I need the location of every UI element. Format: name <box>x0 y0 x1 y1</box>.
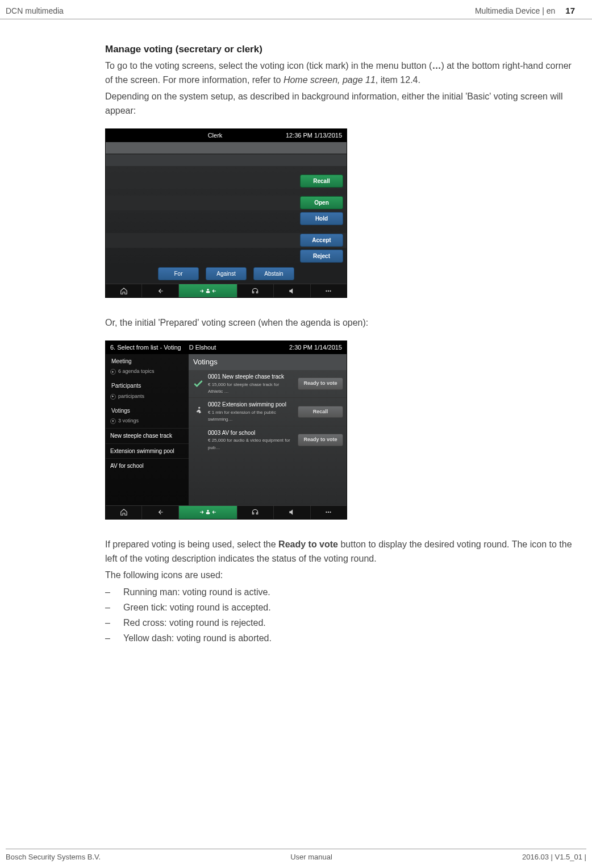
svg-rect-1 <box>206 291 210 293</box>
reject-button[interactable]: Reject <box>300 250 343 263</box>
recall-button[interactable]: Recall <box>300 175 343 188</box>
svg-rect-7 <box>206 512 210 514</box>
page-footer: Bosch Security Systems B.V. User manual … <box>6 849 586 861</box>
back-icon[interactable] <box>142 284 178 297</box>
scr2-sidebar: Meeting ▸6 agenda topics Participants ▸p… <box>106 354 189 505</box>
voting-item-title: 0003 AV for school <box>208 429 294 438</box>
nav-green-panel[interactable] <box>179 506 237 519</box>
bullet-dash: – <box>105 632 113 646</box>
paragraph-3: Or, the initial 'Prepared' voting screen… <box>105 316 575 330</box>
voting-item-sub: € 1 mln for extension of the public swim… <box>208 409 294 423</box>
volume-icon[interactable] <box>274 506 310 519</box>
ready-to-vote-button[interactable]: Ready to vote <box>298 377 343 390</box>
volume-icon[interactable] <box>274 284 310 297</box>
svg-point-9 <box>328 512 329 513</box>
footer-center: User manual <box>290 853 332 861</box>
scr1-strip <box>106 142 347 153</box>
accept-button[interactable]: Accept <box>300 234 343 247</box>
scr2-title-time: 2:30 PM 1/14/2015 <box>289 343 342 352</box>
paragraph-2: Depending on the system setup, as descri… <box>105 90 575 118</box>
scr2-title-left: 6. Select from list - Voting <box>110 343 181 352</box>
abstain-button[interactable]: Abstain <box>253 267 294 281</box>
sidebar-leaf-1[interactable]: New steeple chase track <box>106 428 189 443</box>
voting-item-2[interactable]: 0002 Extension swimming pool € 1 mln for… <box>189 398 347 426</box>
paragraph-5: The following icons are used: <box>105 568 575 583</box>
against-button[interactable]: Against <box>206 267 247 281</box>
bullet-list: –Running man: voting round is active. –G… <box>105 585 575 645</box>
voting-item-1[interactable]: 0001 New steeple chase track € 15,000 fo… <box>189 370 347 398</box>
sidebar-leaf-3[interactable]: AV for school <box>106 458 189 474</box>
bullet-text: Red cross: voting round is rejected. <box>123 616 266 630</box>
screenshot-basic-voting: Clerk 12:36 PM 1/13/2015 Recall Open Hol… <box>105 128 347 298</box>
headphones-icon[interactable] <box>237 284 274 297</box>
screenshot-prepared-voting: 6. Select from list - Voting D Elshout 2… <box>105 340 347 520</box>
voting-item-title: 0001 New steeple chase track <box>208 372 294 381</box>
footer-left: Bosch Security Systems B.V. <box>6 853 101 861</box>
scr1-title-time: 12:36 PM 1/13/2015 <box>286 131 342 140</box>
scr2-title-center: D Elshout <box>189 343 216 352</box>
sidebar-sub-meeting: ▸6 agenda topics <box>106 367 189 379</box>
bullet-text: Yellow dash: voting round is aborted. <box>123 632 272 646</box>
svg-point-2 <box>326 290 327 291</box>
for-button[interactable]: For <box>158 267 199 281</box>
header-right-label: Multimedia Device | en <box>475 6 555 15</box>
scr1-strip <box>106 155 347 166</box>
section-title: Manage voting (secretary or clerk) <box>105 42 575 57</box>
scr1-navbar <box>106 284 347 297</box>
scr2-navbar <box>106 505 347 519</box>
scr2-titlebar: 6. Select from list - Voting D Elshout 2… <box>106 341 347 354</box>
svg-point-6 <box>207 510 209 512</box>
back-icon[interactable] <box>142 506 178 519</box>
sidebar-item-participants[interactable]: Participants <box>106 379 189 392</box>
svg-point-3 <box>328 290 329 291</box>
voting-item-sub: € 25,000 for audio & video equipment for… <box>208 437 294 451</box>
footer-right: 2016.03 | V1.5_01 | <box>522 853 586 861</box>
home-screen-ref: Home screen, page 11 <box>284 75 376 85</box>
home-icon[interactable] <box>106 506 142 519</box>
svg-point-8 <box>326 512 327 513</box>
recall-item-button[interactable]: Recall <box>298 406 343 418</box>
paragraph-4: If prepared voting is being used, select… <box>105 538 575 566</box>
nav-green-panel[interactable] <box>179 284 237 297</box>
page-number: 17 <box>565 6 575 15</box>
home-icon[interactable] <box>106 284 142 297</box>
blank-status-icon <box>192 434 205 446</box>
sidebar-item-meeting[interactable]: Meeting <box>106 354 189 367</box>
voting-item-sub: € 15,000 for steeple chase track for Ath… <box>208 381 294 396</box>
svg-point-5 <box>198 407 200 409</box>
bullet-dash: – <box>105 601 113 615</box>
sidebar-item-votings[interactable]: Votings <box>106 404 189 417</box>
svg-point-10 <box>330 512 331 513</box>
bullet-dash: – <box>105 585 113 600</box>
scr1-title-center: Clerk <box>144 131 286 140</box>
bullet-text: Running man: voting round is active. <box>123 585 270 600</box>
svg-point-4 <box>330 290 331 291</box>
sidebar-sub-votings: ▾3 votings <box>106 416 189 428</box>
ready-to-vote-button[interactable]: Ready to vote <box>298 434 343 446</box>
page-header: DCN multimedia Multimedia Device | en 17 <box>0 0 592 19</box>
check-icon <box>192 377 205 390</box>
svg-point-0 <box>207 288 209 290</box>
voting-item-3[interactable]: 0003 AV for school € 25,000 for audio & … <box>189 426 347 454</box>
hold-button[interactable]: Hold <box>300 212 343 226</box>
open-button[interactable]: Open <box>300 196 343 210</box>
bullet-dash: – <box>105 616 113 630</box>
more-icon[interactable] <box>311 284 347 297</box>
headphones-icon[interactable] <box>237 506 274 519</box>
header-left: DCN multimedia <box>6 6 64 15</box>
voting-item-title: 0002 Extension swimming pool <box>208 400 294 409</box>
sidebar-sub-participants: ▸participants <box>106 392 189 404</box>
scr2-panel-title: Votings <box>189 354 347 370</box>
sidebar-leaf-2[interactable]: Extension swimming pool <box>106 443 189 459</box>
scr1-titlebar: Clerk 12:36 PM 1/13/2015 <box>106 129 347 142</box>
more-icon[interactable] <box>311 506 347 519</box>
running-man-icon <box>192 405 205 418</box>
paragraph-1: To go to the voting screens, select the … <box>105 59 575 88</box>
scr2-main-panel: Votings 0001 New steeple chase track € 1… <box>189 354 347 505</box>
bullet-text: Green tick: voting round is accepted. <box>123 601 271 615</box>
main-content: Manage voting (secretary or clerk) To go… <box>0 19 592 658</box>
